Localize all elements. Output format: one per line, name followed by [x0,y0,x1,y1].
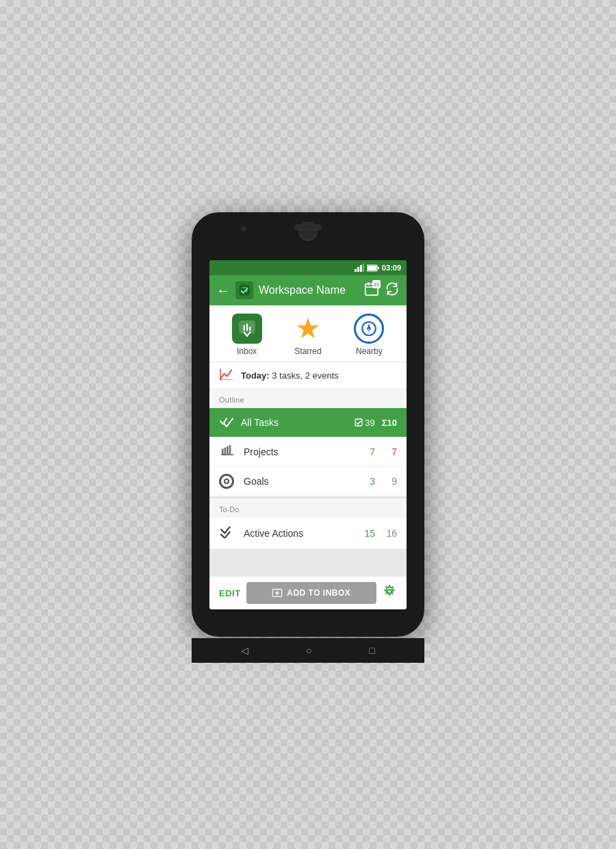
active-actions-green-count: 15 [361,528,375,539]
tab-nearby[interactable]: Nearby [348,314,389,356]
tab-starred[interactable]: ★ Starred [287,314,329,356]
goals-green-count: 3 [361,476,375,487]
status-time: 03:09 [382,264,401,272]
goals-icon [219,474,235,489]
svg-rect-1 [357,267,359,272]
svg-rect-22 [355,419,362,426]
nearby-icon [354,314,384,344]
todo-label: To-Do [219,505,239,514]
list-row-goals[interactable]: Goals 3 9 [209,467,407,496]
todo-section-header: To-Do [209,498,407,518]
calendar-badge: 23 [372,280,381,288]
back-button[interactable]: ← [216,283,230,299]
workspace-icon [235,281,253,299]
star-icon: ★ [295,314,321,344]
all-tasks-icon [219,415,234,430]
today-chart-icon [219,368,234,383]
svg-rect-0 [355,269,357,272]
active-actions-icon [219,524,235,542]
all-tasks-check-count: 39 [355,418,374,428]
settings-button[interactable] [382,584,397,603]
outline-label: Outline [219,396,244,404]
projects-red-count: 7 [383,446,397,457]
svg-rect-27 [229,445,231,455]
goals-gray-count: 9 [383,476,397,487]
tab-inbox[interactable]: Inbox [227,314,268,356]
add-to-inbox-button[interactable]: ADD TO INBOX [246,582,376,604]
inbox-icon [232,314,262,344]
projects-green-count: 7 [361,446,375,457]
signal-icon [355,264,364,272]
list-row-active-actions[interactable]: Active Actions 15 16 [209,518,407,549]
tab-inbox-label: Inbox [237,346,257,356]
active-actions-label: Active Actions [244,528,353,539]
goals-label: Goals [244,476,353,487]
svg-rect-2 [360,265,362,272]
nav-home[interactable]: ○ [306,645,311,656]
tabs-section: Inbox ★ Starred [209,305,407,362]
nav-recents[interactable]: □ [370,645,375,656]
app-header: ← Workspace Name [209,275,407,305]
list-row-projects[interactable]: Projects 7 7 [209,437,407,467]
today-row: Today: 3 tasks, 2 events [209,362,407,389]
tab-nearby-label: Nearby [356,346,383,356]
outline-section-header: Outline [209,389,407,408]
today-text: Today: 3 tasks, 2 events [241,370,339,381]
svg-rect-24 [222,448,224,455]
projects-label: Projects [244,446,353,457]
bottom-toolbar: EDIT ADD TO INBOX [209,576,407,609]
status-bar: 03:09 [209,260,407,275]
tab-starred-label: Starred [294,346,321,356]
all-tasks-label: All Tasks [241,417,348,428]
svg-rect-25 [224,447,227,455]
add-inbox-label: ADD TO INBOX [287,588,350,598]
all-tasks-row[interactable]: All Tasks 39 Σ10 [209,408,407,437]
edit-button[interactable]: EDIT [219,588,241,598]
svg-rect-3 [363,264,364,272]
projects-icon [219,444,235,459]
android-nav: ◁ ○ □ [192,638,424,663]
svg-rect-5 [378,266,379,269]
svg-rect-7 [240,286,250,296]
refresh-button[interactable] [385,281,400,299]
calendar-button[interactable]: 23 [364,281,379,299]
all-tasks-sigma-count: Σ10 [382,418,397,428]
svg-rect-26 [227,446,229,455]
battery-icon [367,264,379,272]
header-title: Workspace Name [259,284,359,296]
active-actions-gray-count: 16 [383,528,397,539]
nav-back[interactable]: ◁ [241,645,248,656]
svg-rect-6 [368,266,376,270]
